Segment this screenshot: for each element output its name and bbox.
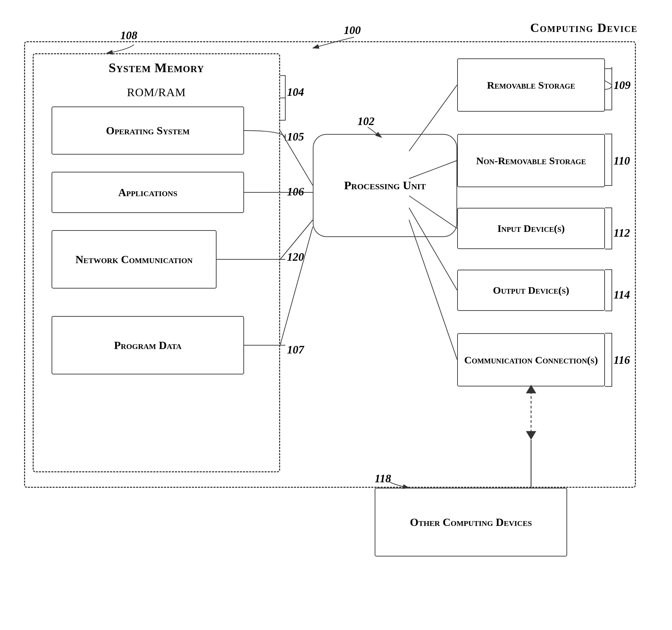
removable-storage-box: Removable Storage (457, 58, 605, 112)
ref-105: 105 (287, 131, 304, 143)
ref-112: 112 (614, 227, 630, 239)
ref-110: 110 (614, 155, 630, 167)
program-data-box: Program Data (52, 316, 244, 374)
output-device-box: Output Device(s) (457, 270, 605, 311)
non-removable-storage-box: Non-Removable Storage (457, 134, 605, 187)
input-device-box: Input Device(s) (457, 208, 605, 249)
ref-102: 102 (357, 115, 375, 128)
ref-104: 104 (287, 86, 304, 99)
ref-100: 100 (344, 24, 361, 37)
ref-108: 108 (120, 29, 137, 42)
operating-system-box: Operating System (52, 106, 244, 155)
ref-114: 114 (614, 289, 630, 301)
rom-ram-label: ROM/RAM (40, 86, 273, 99)
ref-107: 107 (287, 344, 304, 356)
ref-118: 118 (375, 472, 391, 485)
ref-116: 116 (614, 354, 630, 367)
system-memory-title: System Memory (40, 60, 273, 75)
network-communication-box: Network Communication (52, 230, 217, 289)
ref-120: 120 (287, 251, 304, 263)
processing-unit-box: Processing Unit (313, 134, 457, 237)
applications-box: Applications (52, 172, 244, 213)
other-computing-devices-box: Other Computing Devices (375, 488, 567, 556)
diagram-container: Computing Device 100 108 System Memory R… (14, 14, 658, 625)
computing-device-label: Computing Device (530, 21, 638, 35)
communication-connections-box: Communication Connection(s) (457, 333, 605, 386)
ref-109: 109 (614, 79, 631, 92)
ref-106: 106 (287, 185, 304, 198)
